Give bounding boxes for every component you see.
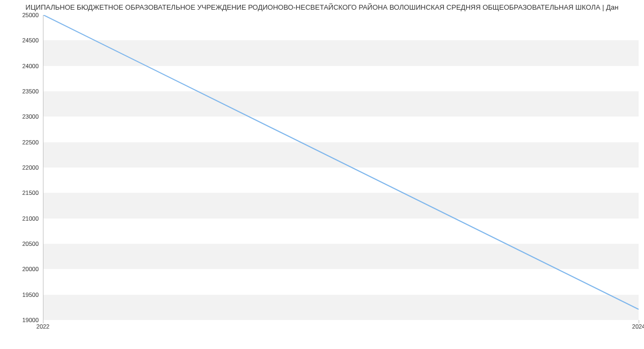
- y-axis-tick-label: 20500: [6, 241, 39, 247]
- y-axis-tick-label: 22500: [6, 139, 39, 146]
- y-axis-tick-label: 20000: [6, 266, 39, 272]
- grid-band: [43, 142, 639, 168]
- grid-band: [43, 295, 639, 320]
- x-axis-tick-label: 2024: [632, 323, 644, 330]
- grid-band: [43, 193, 639, 218]
- grid-band: [43, 40, 639, 66]
- chart-container: 1900019500200002050021000215002200022500…: [0, 15, 644, 343]
- y-axis-tick-label: 19000: [6, 317, 39, 323]
- y-axis-tick-label: 24000: [6, 63, 39, 69]
- grid-band: [43, 244, 639, 269]
- y-axis-tick-label: 22000: [6, 164, 39, 171]
- chart-title: ИЦИПАЛЬНОЕ БЮДЖЕТНОЕ ОБРАЗОВАТЕЛЬНОЕ УЧР…: [26, 3, 619, 11]
- grid-band: [43, 91, 639, 117]
- y-axis-tick-label: 25000: [6, 12, 39, 18]
- y-axis-tick-label: 19500: [6, 292, 39, 298]
- plot-area: [43, 15, 639, 320]
- y-axis-tick-label: 21500: [6, 190, 39, 196]
- x-axis-tick-label: 2022: [36, 323, 49, 330]
- y-axis-tick-label: 21000: [6, 215, 39, 222]
- y-axis-tick-label: 24500: [6, 37, 39, 43]
- y-axis-tick-label: 23000: [6, 113, 39, 120]
- y-axis-tick-label: 23500: [6, 88, 39, 94]
